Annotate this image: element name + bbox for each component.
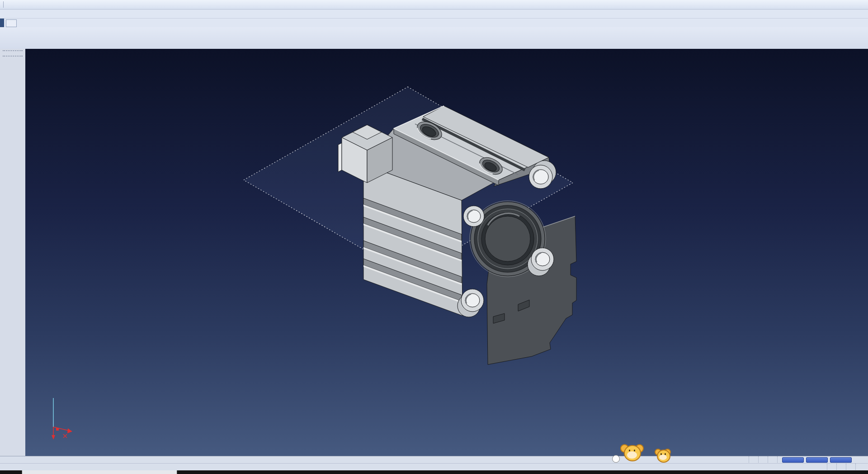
axis-triad <box>52 398 72 440</box>
lock-toggle[interactable] <box>818 464 827 471</box>
ribbon-toolbar <box>0 27 868 50</box>
search-icon <box>736 457 743 464</box>
view-search[interactable] <box>730 456 749 464</box>
ribbon-tab-row <box>0 19 868 27</box>
taskbar-app-button[interactable] <box>22 470 177 474</box>
progress-bar-2 <box>806 457 828 463</box>
3d-viewport[interactable] <box>25 49 868 456</box>
status-bar-top <box>0 456 868 464</box>
layer-indicator[interactable] <box>768 456 777 464</box>
progress-bars <box>777 456 868 464</box>
status-icon-group <box>827 464 836 471</box>
view-mode-indicator[interactable] <box>758 456 768 464</box>
progress-bar-1 <box>782 457 804 463</box>
current-view-indicator[interactable] <box>749 456 758 464</box>
visi-application-window: { "window": { "title": "VISI 2018 R2 fro… <box>0 0 868 474</box>
coordinate-readout <box>855 464 868 471</box>
status-bar-bottom <box>0 463 868 471</box>
scale-indicator[interactable] <box>836 464 846 471</box>
dock-grip-handle[interactable] <box>3 50 23 57</box>
windows-taskbar[interactable] <box>0 470 868 474</box>
qat-separator <box>3 1 4 8</box>
title-bar <box>0 0 868 9</box>
tab-dropdown-button[interactable] <box>6 19 17 27</box>
3d-model-cylinder-block[interactable] <box>338 106 576 365</box>
menu-bar <box>0 9 868 19</box>
units-indicator[interactable] <box>846 464 855 471</box>
tab-corner-block <box>0 19 4 27</box>
globe-icon[interactable] <box>855 457 863 464</box>
viewport-3d-scene <box>25 49 868 456</box>
progress-bar-3 <box>830 457 852 463</box>
left-tool-dock <box>0 49 26 456</box>
